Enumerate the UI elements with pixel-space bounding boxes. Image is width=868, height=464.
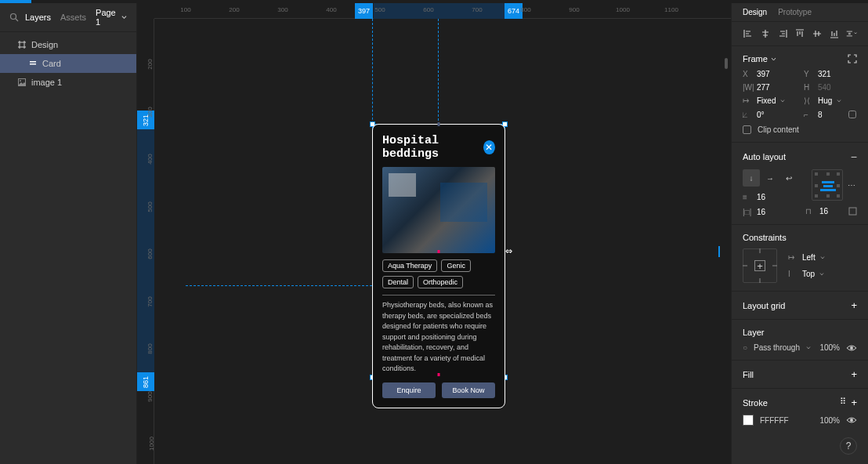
- chevron-down-icon: [806, 346, 811, 350]
- help-button[interactable]: ?: [840, 437, 857, 455]
- field-rotation[interactable]: ⟀0°: [743, 110, 796, 119]
- h-constraint-icon: ↦: [788, 253, 797, 262]
- layer-label: image 1: [31, 78, 62, 87]
- add-icon[interactable]: +: [851, 299, 857, 311]
- visibility-icon[interactable]: [846, 416, 857, 424]
- tag[interactable]: Aqua Therapy: [382, 259, 437, 272]
- canvas[interactable]: 397 674 10020030040050060070080090010001…: [137, 3, 731, 464]
- tag[interactable]: Dental: [382, 276, 414, 288]
- tab-assets[interactable]: Assets: [60, 13, 86, 22]
- stroke-opacity[interactable]: 100%: [819, 416, 840, 425]
- checkbox[interactable]: [743, 125, 751, 134]
- chevron-down-icon: [121, 14, 127, 20]
- style-icon[interactable]: ⠿: [840, 397, 844, 408]
- enquire-button[interactable]: Enquire: [382, 382, 436, 398]
- field-width-mode[interactable]: ↦ Fixed: [743, 96, 796, 105]
- ruler-marker-x-start: 397: [355, 3, 373, 19]
- align-vcenter-icon[interactable]: [812, 28, 823, 39]
- scrollbar-thumb[interactable]: [725, 58, 728, 69]
- color-swatch[interactable]: [743, 415, 754, 426]
- ruler-vertical: 321 861 2003004005006007008009001000: [137, 19, 154, 464]
- frame-icon: [17, 40, 27, 49]
- direction-wrap-icon[interactable]: ↩: [780, 169, 797, 187]
- svg-point-0: [11, 14, 16, 20]
- field-v-padding[interactable]: ⊓ 16: [805, 207, 857, 216]
- page-selector[interactable]: Page 1: [96, 8, 127, 27]
- align-top-icon[interactable]: [794, 28, 805, 39]
- field-gap-h[interactable]: |□| 16: [743, 208, 797, 216]
- field-height-mode[interactable]: ⟩⟨ Hug: [804, 96, 857, 105]
- align-right-icon[interactable]: [777, 28, 788, 39]
- right-panel-tabs: Design Prototype: [732, 3, 868, 22]
- page-label: Page 1: [96, 8, 119, 27]
- field-y[interactable]: Y321: [804, 70, 857, 78]
- svg-rect-3: [30, 63, 36, 65]
- direction-right-icon[interactable]: →: [761, 169, 779, 187]
- autolayout-icon: [28, 59, 38, 68]
- card-frame[interactable]: Hospital beddings ✕ Aqua Therapy Genic D…: [372, 124, 505, 408]
- field-x[interactable]: X397: [743, 70, 796, 78]
- tag[interactable]: Genic: [441, 259, 471, 272]
- independent-corners-icon[interactable]: [848, 110, 857, 119]
- field-h[interactable]: H540: [804, 83, 857, 92]
- resize-to-fit-icon[interactable]: [848, 54, 857, 63]
- layer-row-design[interactable]: Design: [0, 35, 136, 54]
- viewport[interactable]: ⇔ 277 (min) × Hug Hospital beddings ✕ Aq…: [154, 19, 731, 464]
- close-icon[interactable]: ✕: [483, 140, 495, 154]
- section-title: Auto layout: [743, 152, 786, 161]
- section-layer: Layer ○ Pass through 100%: [732, 320, 868, 361]
- svg-rect-6: [849, 111, 856, 118]
- section-frame: Frame X397 Y321 |W|277 H540 ↦ Fixed ⟩⟨ H…: [732, 46, 868, 143]
- tab-prototype[interactable]: Prototype: [778, 8, 812, 16]
- chevron-down-icon[interactable]: [771, 56, 776, 62]
- clip-content-row[interactable]: Clip content: [743, 125, 857, 134]
- add-icon[interactable]: +: [851, 368, 857, 380]
- chevron-down-icon: [780, 99, 785, 103]
- resize-handle-icon[interactable]: ⇔: [505, 246, 512, 256]
- direction-down-icon[interactable]: ↓: [743, 169, 760, 187]
- search-icon[interactable]: [9, 13, 19, 22]
- distribute-icon[interactable]: [846, 28, 857, 39]
- h-resize-icon: ↦: [743, 96, 752, 105]
- left-panel-tabs: Layers Assets Page 1: [0, 3, 136, 32]
- align-bottom-icon[interactable]: [829, 28, 840, 39]
- add-icon[interactable]: +: [851, 397, 857, 408]
- alignment-controls: [732, 22, 868, 46]
- constraints-box[interactable]: +: [743, 248, 777, 283]
- chevron-down-icon: [820, 256, 825, 260]
- constraint-v[interactable]: I Top: [788, 270, 825, 278]
- opacity-value[interactable]: 100%: [819, 343, 840, 352]
- remove-autolayout-icon[interactable]: −: [851, 150, 857, 163]
- layer-row-card[interactable]: Card: [0, 54, 136, 73]
- visibility-icon[interactable]: [846, 344, 857, 352]
- ruler-marker-y-end: 861: [137, 372, 154, 391]
- independent-padding-icon[interactable]: [848, 207, 857, 216]
- book-now-button[interactable]: Book Now: [442, 382, 495, 398]
- blend-mode[interactable]: Pass through: [754, 343, 800, 352]
- v-gap-icon: ≡: [743, 193, 752, 201]
- field-gap-v[interactable]: ≡ 16: [743, 193, 797, 201]
- field-radius[interactable]: ⌐ 8: [804, 110, 857, 119]
- h-padding-icon: |□|: [743, 208, 752, 216]
- field-w[interactable]: |W|277: [743, 83, 796, 92]
- blend-mode-icon[interactable]: ○: [743, 343, 747, 352]
- card-tags: Aqua Therapy Genic Dental Orthopedic: [382, 259, 495, 288]
- hug-icon: ⟩⟨: [804, 96, 813, 105]
- ruler-horizontal: 397 674 10020030040050060070080090010001…: [154, 3, 731, 19]
- section-layout-grid: Layout grid +: [732, 292, 868, 320]
- alignment-box[interactable]: [812, 169, 843, 201]
- divider: [382, 295, 495, 295]
- card-image: [382, 167, 495, 253]
- align-left-icon[interactable]: [743, 28, 754, 39]
- more-options-icon[interactable]: ⋯: [848, 181, 857, 190]
- tab-layers[interactable]: Layers: [25, 13, 51, 22]
- align-hcenter-icon[interactable]: [760, 28, 771, 39]
- constraint-h[interactable]: ↦ Left: [788, 253, 825, 262]
- section-title: Fill: [743, 370, 754, 379]
- section-fill: Fill +: [732, 361, 868, 389]
- tag[interactable]: Orthopedic: [418, 276, 463, 288]
- stroke-color[interactable]: FFFFFF: [760, 416, 789, 425]
- layer-row-image1[interactable]: image 1: [0, 73, 136, 92]
- section-stroke: Stroke ⠿ + FFFFFF 100%: [732, 389, 868, 433]
- tab-design[interactable]: Design: [743, 8, 767, 16]
